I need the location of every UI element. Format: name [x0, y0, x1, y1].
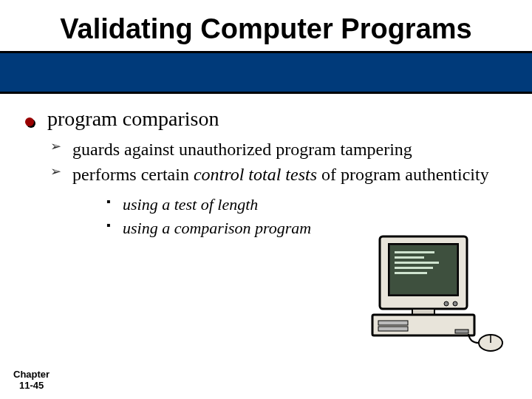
bullet-l2-text: performs certain control total tests of …: [72, 165, 489, 184]
bullet-l3-text: using a comparison program: [123, 219, 311, 237]
svg-rect-3: [395, 251, 434, 253]
footer-page: 11-45: [13, 381, 50, 392]
bullet-level2: performs certain control total tests of …: [47, 163, 510, 238]
bullet-l1-text: program comparison: [47, 107, 219, 130]
bullet-l2-text: guards against unauthorized program tamp…: [72, 140, 412, 159]
svg-rect-6: [395, 267, 433, 269]
svg-rect-5: [395, 262, 439, 264]
bullet-level1: program comparison guards against unauth…: [22, 107, 510, 238]
slide-title: Validating Computer Programs: [0, 0, 532, 50]
svg-rect-13: [378, 327, 408, 331]
svg-point-9: [444, 301, 449, 306]
title-band: [0, 51, 532, 94]
computer-clipart-icon: [366, 232, 507, 358]
svg-rect-7: [395, 272, 427, 274]
footer-chapter: Chapter: [13, 369, 50, 381]
slide-footer: Chapter 11-45: [13, 369, 50, 392]
bullet-l3-text: using a test of length: [123, 195, 258, 214]
bullet-level3: using a test of length: [106, 194, 510, 215]
svg-point-8: [453, 301, 457, 306]
content-area: program comparison guards against unauth…: [0, 94, 532, 238]
svg-rect-14: [455, 330, 468, 333]
bullet-level2: guards against unauthorized program tamp…: [47, 138, 510, 160]
svg-rect-4: [395, 256, 424, 259]
svg-rect-12: [378, 321, 408, 325]
